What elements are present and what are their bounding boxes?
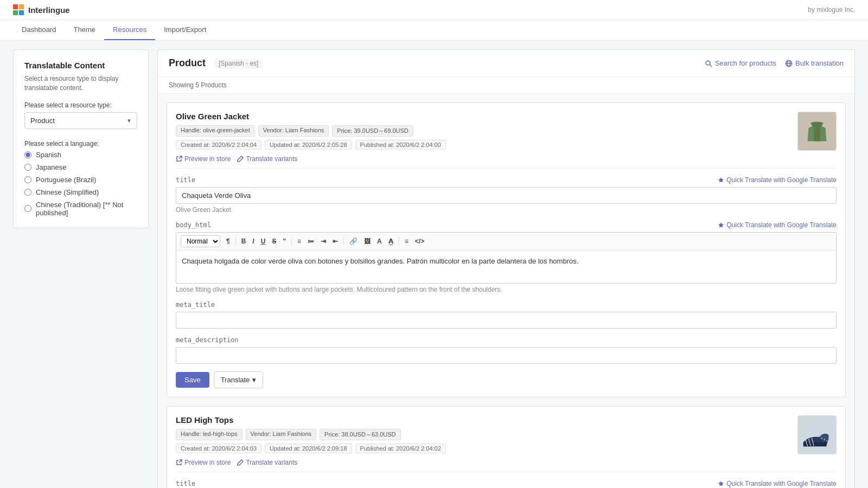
translate-variants-link-1[interactable]: Translate variants: [237, 459, 297, 466]
page-title: Product: [169, 57, 206, 69]
toolbar-divider-4: [399, 237, 399, 246]
field-label-title-0: title: [176, 176, 195, 184]
nav-bar: Dashboard Theme Resources Import/Export: [0, 20, 868, 41]
svg-rect-2: [13, 10, 18, 15]
preview-in-store-link-0[interactable]: Preview in store: [176, 155, 231, 163]
save-button-0[interactable]: Save: [176, 372, 209, 388]
lang-portuguese[interactable]: Portuguese (Brazil): [24, 176, 137, 184]
editor-style-select-0[interactable]: Normal: [181, 235, 220, 247]
product-card-header-1: LED High Tops Handle: led-high-tops Vend…: [176, 415, 837, 466]
toolbar-btn-align-0[interactable]: ≡: [402, 236, 411, 247]
toolbar-btn-bgcolor-0[interactable]: A̲: [386, 236, 396, 247]
svg-point-13: [816, 136, 818, 138]
toolbar-btn-ul-0[interactable]: ≡: [295, 236, 304, 247]
toolbar-divider-1: [235, 237, 236, 246]
language-label: Please select a language:: [24, 140, 137, 147]
bulk-translation-link[interactable]: Bulk translation: [785, 59, 844, 67]
editor-body-0[interactable]: Chaqueta holgada de color verde oliva co…: [176, 251, 836, 283]
nav-import-export[interactable]: Import/Export: [155, 20, 215, 40]
search-products-link[interactable]: Search for products: [705, 59, 776, 67]
product-name-1: LED High Tops: [176, 415, 791, 425]
translate-button-0[interactable]: Translate ▾: [214, 371, 264, 388]
product-fields-0: title Quick Translate with Google Transl…: [176, 168, 837, 388]
product-vendor-1: Vendor: Liam Fashions: [246, 429, 317, 440]
resource-type-select-wrapper[interactable]: Product ▼: [24, 112, 137, 129]
globe-icon: [785, 60, 793, 67]
toolbar-btn-strikethrough-0[interactable]: S: [269, 236, 279, 247]
preview-in-store-link-1[interactable]: Preview in store: [176, 459, 231, 466]
toolbar-btn-color-0[interactable]: A: [374, 236, 385, 247]
field-body-0: body_html Quick Translate with Google Tr…: [176, 221, 837, 293]
product-price-1: Price: 38.0USD～63.0USD: [320, 429, 400, 440]
translate-star-icon-0: [718, 177, 724, 183]
toolbar-btn-bold-0[interactable]: B: [239, 236, 249, 247]
product-image-0: [797, 112, 837, 151]
sidebar-title: Translatable Content: [24, 61, 137, 70]
quick-translate-title-1[interactable]: Quick Translate with Google Translate: [718, 480, 837, 487]
logo-icon: [13, 4, 24, 15]
product-actions-1: Preview in store Translate variants: [176, 459, 791, 466]
toolbar-btn-link-0[interactable]: 🔗: [347, 236, 360, 247]
field-label-metatitle-0: meta_title: [176, 301, 215, 309]
toolbar-btn-ol-0[interactable]: ≔: [305, 236, 317, 247]
nav-resources[interactable]: Resources: [104, 20, 155, 40]
nav-theme[interactable]: Theme: [65, 20, 104, 40]
toolbar-btn-underline-0[interactable]: U: [258, 236, 269, 247]
quick-translate-title-0[interactable]: Quick Translate with Google Translate: [718, 176, 837, 184]
product-fields-1: title Quick Translate with Google Transl…: [176, 472, 837, 488]
svg-rect-3: [19, 10, 24, 15]
field-label-title-1: title: [176, 480, 195, 487]
lang-spanish[interactable]: Spanish: [24, 151, 137, 159]
quick-translate-body-0[interactable]: Quick Translate with Google Translate: [718, 221, 837, 229]
sidebar-desc: Select a resource type to display transl…: [24, 74, 137, 93]
nav-dashboard[interactable]: Dashboard: [13, 20, 65, 40]
logo-text: Interlingue: [28, 5, 70, 15]
product-actions-0: Preview in store Translate variants: [176, 155, 791, 163]
product-thumbnail-0: [798, 112, 836, 150]
by-text: by mixlogue Inc.: [808, 6, 855, 14]
toolbar-btn-italic-0[interactable]: I: [250, 236, 257, 247]
product-btn-group-0: Save Translate ▾: [176, 371, 837, 388]
product-card-header-0: Olive Green Jacket Handle: olive-green-j…: [176, 112, 837, 163]
resource-type-select[interactable]: Product: [24, 112, 137, 129]
toolbar-btn-image-0[interactable]: 🖼: [361, 236, 373, 247]
field-label-metadesc-0: meta_description: [176, 336, 239, 344]
lang-chinese-traditional[interactable]: Chinese (Traditional) [** Not published]: [24, 201, 137, 217]
product-created-1: Created at: 2020/6/2 2:04:03: [176, 444, 261, 453]
rich-text-editor-0[interactable]: Normal ¶ B I U S ": [176, 232, 837, 284]
sidebar: Translatable Content Select a resource t…: [13, 49, 149, 228]
toolbar-btn-source-0[interactable]: </>: [412, 236, 427, 247]
field-header-metatitle-0: meta_title: [176, 301, 837, 309]
external-link-icon-0: [176, 156, 182, 162]
translate-variants-link-0[interactable]: Translate variants: [237, 155, 297, 163]
toolbar-btn-outdent-0[interactable]: ⇤: [330, 236, 341, 247]
right-panel: Product [Spanish - es] Search for produc…: [157, 49, 855, 488]
svg-point-4: [706, 61, 710, 65]
main-content: Translatable Content Select a resource t…: [0, 41, 868, 488]
product-published-0: Published at: 2020/6/2 2:04:00: [355, 140, 446, 150]
svg-rect-0: [13, 4, 18, 9]
field-input-metatitle-0[interactable]: [176, 312, 837, 329]
field-input-title-0[interactable]: [176, 187, 837, 204]
toolbar-btn-paragraph-0[interactable]: ¶: [224, 236, 233, 247]
svg-line-5: [710, 65, 712, 67]
toolbar-btn-quote-0[interactable]: ": [280, 236, 289, 247]
lang-japanese[interactable]: Japanese: [24, 163, 137, 171]
edit-icon-0: [237, 156, 244, 162]
product-dates-1: Created at: 2020/6/2 2:04:03 Updated at:…: [176, 444, 791, 453]
field-title-1: title Quick Translate with Google Transl…: [176, 480, 837, 488]
app-header: Interlingue by mixlogue Inc.: [0, 0, 868, 20]
svg-rect-14: [798, 416, 836, 454]
toolbar-btn-indent-0[interactable]: ⇥: [318, 236, 329, 247]
field-source-body-0: Loose fitting olive green jacket with bu…: [176, 286, 837, 293]
product-created-0: Created at: 2020/6/2 2:04:04: [176, 140, 261, 150]
product-thumbnail-1: [798, 416, 836, 454]
product-handle-1: Handle: led-high-tops: [176, 429, 242, 440]
resource-type-label: Please select a resource type:: [24, 101, 137, 109]
field-input-metadesc-0[interactable]: [176, 347, 837, 364]
translate-star-icon-body-0: [718, 222, 724, 228]
right-header-left: Product [Spanish - es]: [169, 57, 263, 69]
lang-chinese-simplified[interactable]: Chinese (Simplified): [24, 188, 137, 196]
field-header-metadesc-0: meta_description: [176, 336, 837, 344]
translate-star-icon-1: [718, 480, 724, 487]
